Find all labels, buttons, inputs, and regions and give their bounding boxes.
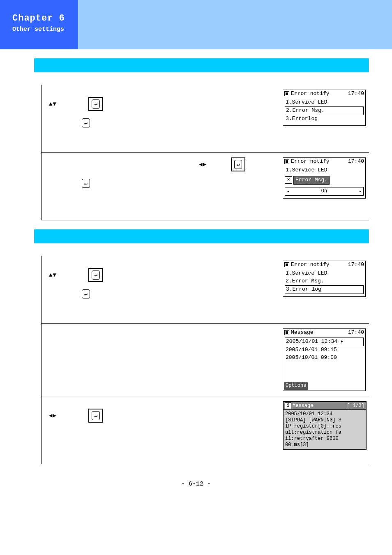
content-box-1: From "Error notify" select "2. Error Msg… [41, 85, 369, 220]
page-header: Chapter 6 Other settings [0, 0, 392, 49]
error-msg-label: Error Msg. [293, 176, 330, 185]
screen-title: Message [293, 403, 313, 409]
step-row: From "Error notify" select "2. Error Msg… [42, 85, 369, 153]
section-bar-1 [34, 58, 369, 72]
menu-item-selected: 2.Error Msg. [285, 106, 364, 115]
menu-item: 1.Service LED [285, 99, 364, 106]
screen-time: 17:40 [348, 329, 364, 336]
chapter-subtitle: Other settings [12, 26, 78, 33]
page-number: - 6-12 - [0, 481, 392, 500]
leftright-icon [199, 161, 207, 168]
screen-title: Message [291, 329, 314, 336]
screen-time: 17:40 [348, 90, 364, 97]
section-bar-2 [34, 229, 369, 243]
header-light-area [78, 0, 392, 49]
lcd-message-screen: i Message [ 1/3] 2005/10/01 12:34 [SIPUA… [283, 401, 367, 450]
step-row: Select the error log from the list displ… [42, 324, 369, 396]
step-row: Select On or Off with [42, 153, 369, 220]
lcd-screen: Message 17:40 2005/10/01 12:34 ▸ 2005/10… [283, 328, 366, 391]
screen-time: 17:40 [348, 261, 364, 268]
value-selector: ◂ On ▸ [285, 187, 364, 196]
menu-item-selected: 3.Error log [285, 285, 364, 294]
step-text: From "Error notify" select "3. Error log… [49, 261, 274, 298]
square-icon [284, 330, 289, 335]
square-icon [284, 159, 289, 164]
screen-title: Error notify [291, 90, 330, 97]
close-icon: ✕ [285, 176, 292, 184]
lcd-screen: Error notify 17:40 1.Service LED ✕ Error… [283, 157, 366, 199]
menu-item: 3.Errorlog [285, 115, 364, 123]
screen-title: Error notify [291, 261, 330, 268]
screen-title: Error notify [291, 158, 330, 165]
lcd-screen: Error notify 17:40 1.Service LED 2.Error… [283, 90, 366, 126]
enter-icon [82, 179, 90, 188]
value-text: On [321, 188, 327, 195]
step-row: From "Error notify" select "3. Error log… [42, 256, 369, 324]
options-softkey: Options [284, 382, 308, 390]
enter-icon [88, 97, 103, 111]
log-entry: 2005/10/01 09:15 [285, 346, 364, 354]
step-text: Select On or Off with [49, 157, 274, 188]
square-icon [284, 91, 289, 96]
enter-icon [82, 289, 90, 298]
log-entry-selected: 2005/10/01 12:34 ▸ [285, 338, 364, 346]
content-box-2: From "Error notify" select "3. Error log… [41, 256, 369, 464]
step-text: Select the error log from the list displ… [49, 328, 274, 336]
left-arrow-icon: ◂ [287, 189, 289, 194]
menu-item: 1.Service LED [285, 270, 364, 278]
step-row: i Message [ 1/3] 2005/10/01 12:34 [SIPUA… [42, 396, 369, 464]
square-icon [284, 262, 289, 267]
enter-icon [88, 268, 103, 282]
step-text [49, 401, 274, 423]
menu-item: 1.Service LED [285, 166, 364, 174]
chapter-block: Chapter 6 Other settings [0, 0, 78, 49]
enter-icon [88, 409, 103, 423]
menu-item: 2.Error Msg. [285, 278, 364, 285]
lcd-screen: Error notify 17:40 1.Service LED 2.Error… [283, 261, 366, 297]
leftright-icon [49, 412, 57, 419]
message-body: 2005/10/01 12:34 [SIPUA] [WARNING] S IP … [284, 410, 366, 449]
step-text: From "Error notify" select "2. Error Msg… [49, 90, 274, 127]
enter-icon [82, 118, 90, 127]
updown-icon [49, 100, 57, 108]
enter-icon [231, 157, 246, 171]
chapter-title: Chapter 6 [12, 13, 78, 23]
page-indicator: [ 1/3] [347, 403, 364, 409]
updown-icon [49, 271, 57, 279]
screen-time: 17:40 [348, 158, 364, 165]
right-arrow-icon: ▸ [359, 189, 362, 194]
info-icon: i [285, 402, 291, 409]
log-entry: 2005/10/01 09:00 [285, 354, 364, 362]
